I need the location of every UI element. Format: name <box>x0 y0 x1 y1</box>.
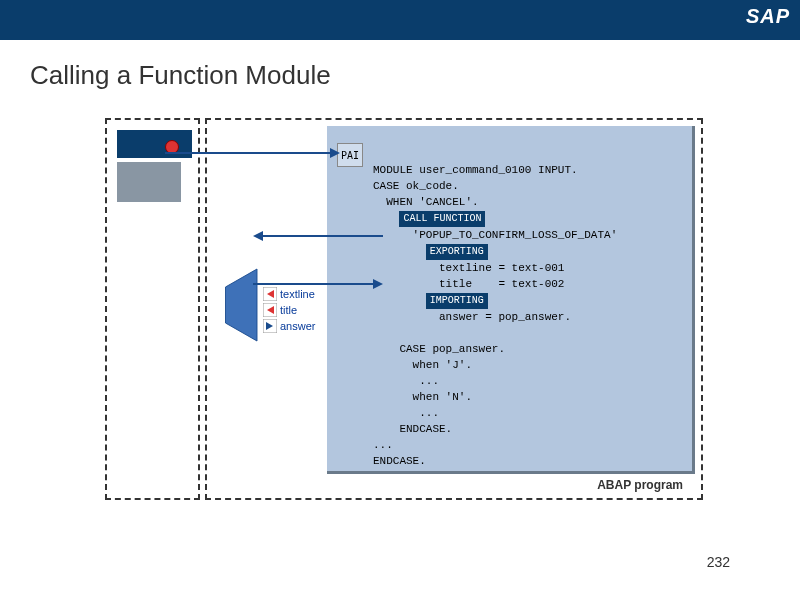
code-line: ... <box>373 407 439 419</box>
arrow-speaker-to-importing <box>253 278 383 290</box>
abap-code: MODULE user_command_0100 INPUT. CASE ok_… <box>373 146 617 485</box>
diagram: PAI MODULE user_command_0100 INPUT. CASE… <box>105 118 705 503</box>
svg-marker-13 <box>373 279 383 289</box>
code-line: when 'N'. <box>373 391 472 403</box>
param-title: title <box>263 302 315 318</box>
code-line: CASE pop_answer. <box>373 343 505 355</box>
arrow-dialog-to-pai <box>165 143 340 163</box>
code-line: when 'J'. <box>373 359 472 371</box>
slide-title: Calling a Function Module <box>0 40 800 91</box>
code-line: 'POPUP_TO_CONFIRM_LOSS_OF_DATA' <box>373 229 617 241</box>
abap-program-label: ABAP program <box>597 478 683 492</box>
svg-marker-11 <box>253 231 263 241</box>
pai-box: PAI <box>337 143 363 167</box>
code-container: PAI MODULE user_command_0100 INPUT. CASE… <box>205 118 703 500</box>
keyword-importing: IMPORTING <box>426 293 488 309</box>
param-label: answer <box>280 320 315 332</box>
code-line: title = text-002 <box>373 278 564 290</box>
parameter-list: textline title answer <box>263 286 315 334</box>
keyword-call-function: CALL FUNCTION <box>399 211 485 227</box>
keyword-exporting: EXPORTING <box>426 244 488 260</box>
code-line: CASE ok_code. <box>373 180 459 192</box>
code-line: ENDCASE. <box>373 423 452 435</box>
code-line: WHEN 'CANCEL'. <box>373 196 479 208</box>
code-line: answer = pop_answer. <box>373 311 571 323</box>
sap-logo: SAP <box>746 5 790 28</box>
arrow-left-icon <box>263 303 277 317</box>
code-line: MODULE user_command_0100 INPUT. <box>373 164 578 176</box>
code-line: textline = text-001 <box>373 262 564 274</box>
dialog-container <box>105 118 200 500</box>
svg-marker-9 <box>330 148 340 158</box>
top-bar: SAP <box>0 0 800 40</box>
dialog-body <box>117 162 181 202</box>
code-line: ... <box>373 439 393 451</box>
arrow-right-icon <box>263 319 277 333</box>
code-line: ... <box>373 375 439 387</box>
param-answer: answer <box>263 318 315 334</box>
code-line: ENDCASE. <box>373 455 426 467</box>
param-label: title <box>280 304 297 316</box>
page-number: 232 <box>707 554 730 570</box>
arrow-exporting-to-speaker <box>253 230 383 242</box>
